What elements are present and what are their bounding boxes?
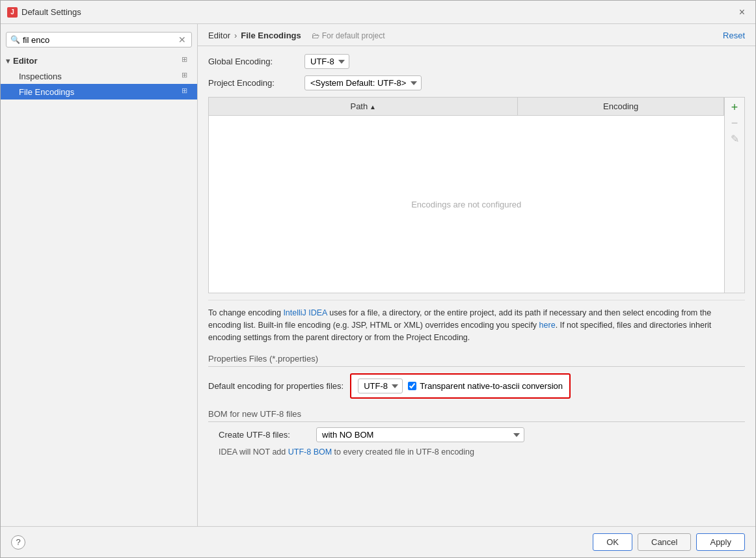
bom-select[interactable]: with NO BOM — [316, 427, 524, 442]
table-empty-row: Encodings are not configured — [209, 116, 724, 293]
edit-encoding-button[interactable]: ✎ — [727, 131, 742, 146]
dialog-title: Default Settings — [21, 7, 735, 17]
search-input[interactable] — [23, 35, 177, 45]
table-actions: + − ✎ — [724, 98, 744, 293]
breadcrumb-parent: Editor — [208, 31, 230, 40]
sidebar: 🔍 ✕ ▾ Editor ⊞ Inspections ⊞ File Encodi… — [1, 24, 198, 526]
utf8-bom-link[interactable]: UTF-8 BOM — [288, 447, 332, 457]
search-icon: 🔍 — [10, 35, 20, 44]
reset-link[interactable]: Reset — [723, 31, 745, 40]
project-encoding-row: Project Encoding: <System Default: UTF-8… — [208, 75, 745, 90]
breadcrumb-current: File Encodings — [241, 31, 301, 40]
project-encoding-select[interactable]: <System Default: UTF-8> — [304, 75, 422, 90]
breadcrumb: Editor › File Encodings — [208, 31, 301, 40]
transparent-conversion-checkbox[interactable] — [408, 382, 416, 390]
right-panel: Editor › File Encodings 🗁 For default pr… — [198, 24, 755, 526]
panel-body: Global Encoding: UTF-8 Project Encoding:… — [198, 46, 755, 526]
global-encoding-label: Global Encoding: — [208, 57, 299, 66]
title-bar: J Default Settings × — [1, 1, 755, 24]
for-default-project: 🗁 For default project — [312, 31, 385, 40]
dialog-footer: ? OK Cancel Apply — [1, 526, 755, 557]
highlighted-box: UTF-8 Transparent native-to-ascii conver… — [350, 373, 571, 399]
for-default-project-label: For default project — [322, 31, 385, 40]
transparent-conversion-label: Transparent native-to-ascii conversion — [420, 381, 563, 391]
cancel-button[interactable]: Cancel — [638, 533, 691, 551]
bom-info-part1: IDEA will NOT add — [219, 447, 288, 457]
encoding-column-header[interactable]: Encoding — [518, 98, 724, 116]
empty-message: Encodings are not configured — [209, 116, 724, 293]
panel-header: Editor › File Encodings 🗁 For default pr… — [198, 24, 755, 46]
properties-section-title: Properties Files (*.properties) — [208, 354, 745, 367]
sidebar-item-icon: ⊞ — [182, 86, 192, 97]
remove-encoding-button[interactable]: − — [727, 116, 742, 130]
bom-row: Create UTF-8 files: with NO BOM — [208, 427, 745, 442]
collapse-icon: ▾ — [6, 56, 10, 66]
info-text-part1: To change encoding — [208, 308, 283, 317]
bom-info: IDEA will NOT add UTF-8 BOM to every cre… — [208, 447, 745, 457]
sidebar-item-icon: ⊞ — [182, 71, 192, 81]
global-encoding-select[interactable]: UTF-8 — [304, 54, 349, 69]
search-clear-button[interactable]: ✕ — [177, 34, 187, 45]
footer-left: ? — [11, 535, 25, 550]
intellij-idea-link[interactable]: IntelliJ IDEA — [283, 308, 327, 317]
help-button[interactable]: ? — [11, 535, 25, 550]
project-encoding-label: Project Encoding: — [208, 78, 299, 88]
default-encoding-props-label: Default encoding for properties files: — [208, 381, 344, 391]
apply-button[interactable]: Apply — [696, 533, 745, 551]
properties-row: Default encoding for properties files: U… — [208, 373, 745, 399]
path-column-header[interactable]: Path — [209, 98, 518, 116]
sidebar-section-editor[interactable]: ▾ Editor ⊞ — [1, 53, 197, 68]
search-bar: 🔍 ✕ — [6, 32, 192, 47]
add-encoding-button[interactable]: + — [727, 100, 742, 114]
bom-section: BOM for new UTF-8 files Create UTF-8 fil… — [208, 405, 745, 457]
encoding-table-wrapper: Path Encoding Encodings are not configur… — [208, 97, 745, 293]
app-icon: J — [7, 7, 18, 18]
sidebar-item-label: Inspections — [19, 72, 62, 81]
info-text: To change encoding IntelliJ IDEA uses fo… — [208, 300, 745, 343]
bom-info-part2: to every created file in UTF-8 encoding — [332, 447, 474, 457]
sidebar-item-label: File Encodings — [19, 87, 74, 97]
ok-button[interactable]: OK — [593, 533, 632, 551]
sidebar-item-file-encodings[interactable]: File Encodings ⊞ — [1, 84, 197, 100]
properties-encoding-select[interactable]: UTF-8 — [358, 379, 403, 393]
here-link[interactable]: here — [539, 321, 556, 330]
transparent-conversion-checkbox-wrapper: Transparent native-to-ascii conversion — [408, 381, 563, 391]
main-content: 🔍 ✕ ▾ Editor ⊞ Inspections ⊞ File Encodi… — [1, 24, 755, 526]
bom-section-title: BOM for new UTF-8 files — [208, 409, 745, 422]
properties-section: Properties Files (*.properties) Default … — [208, 350, 745, 399]
create-utf8-label: Create UTF-8 files: — [219, 430, 310, 440]
sidebar-section-icon: ⊞ — [182, 55, 192, 66]
project-icon: 🗁 — [312, 31, 319, 40]
global-encoding-row: Global Encoding: UTF-8 — [208, 54, 745, 69]
sidebar-section-label: Editor — [13, 56, 38, 66]
breadcrumb-separator: › — [234, 31, 237, 40]
close-button[interactable]: × — [735, 5, 749, 20]
encoding-table: Path Encoding Encodings are not configur… — [209, 98, 724, 293]
default-settings-dialog: J Default Settings × 🔍 ✕ ▾ Editor ⊞ Insp… — [0, 0, 756, 558]
sidebar-item-inspections[interactable]: Inspections ⊞ — [1, 68, 197, 84]
